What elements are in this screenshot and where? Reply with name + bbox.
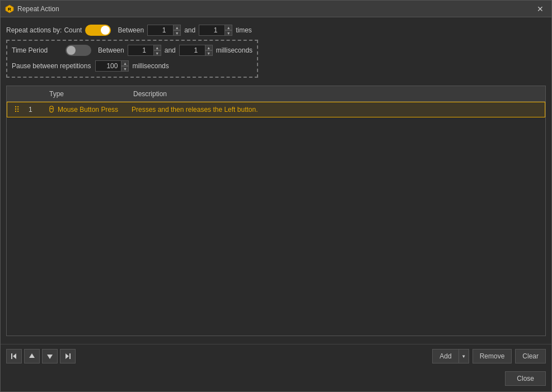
add-dropdown-icon: ▼ <box>461 354 466 359</box>
svg-rect-2 <box>50 106 53 112</box>
controls-area: Repeat actions by: Count Between ▲ ▼ and <box>6 23 546 82</box>
svg-marker-7 <box>29 353 35 358</box>
table-row[interactable]: ⠿ 1 Mouse Button Press Presses and then … <box>7 102 545 117</box>
time-between-label: Between <box>98 46 124 54</box>
close-dialog-button[interactable]: Close <box>505 371 546 386</box>
svg-rect-9 <box>69 353 71 359</box>
drag-handle-cell: ⠿ <box>7 105 25 114</box>
count-and-label: and <box>184 26 195 34</box>
svg-text:R: R <box>8 7 11 12</box>
time-period-row: Time Period Between ▲ ▼ <box>12 44 252 56</box>
time-and-label: and <box>165 46 176 54</box>
title-bar: R Repeat Action ✕ <box>1 1 551 17</box>
count-toggle-container[interactable] <box>85 25 111 36</box>
time-period-toggle-container[interactable] <box>66 45 91 56</box>
count-label: Count <box>64 26 82 34</box>
pause-ms-label: milliseconds <box>132 62 169 70</box>
repeat-actions-label: Repeat actions by: <box>6 26 62 34</box>
window-close-button[interactable]: ✕ <box>534 2 547 16</box>
clear-button[interactable]: Clear <box>515 349 546 363</box>
row-type-text: Mouse Button Press <box>58 106 118 114</box>
action-buttons: Add ▼ Remove Clear <box>432 349 546 363</box>
time-to-down[interactable]: ▼ <box>205 50 213 56</box>
repeat-action-window: R Repeat Action ✕ Repeat actions by: Cou… <box>0 0 552 392</box>
time-period-knob <box>67 46 76 55</box>
move-up-icon <box>29 353 35 360</box>
count-to-up[interactable]: ▲ <box>224 25 232 30</box>
svg-rect-5 <box>11 353 12 359</box>
pause-row: Pause between repetitions ▲ ▼ millisecon… <box>12 60 252 72</box>
nav-buttons <box>6 349 76 363</box>
add-dropdown-button[interactable]: ▼ <box>459 349 469 363</box>
time-from-up[interactable]: ▲ <box>153 45 161 50</box>
time-to-up[interactable]: ▲ <box>205 45 213 50</box>
bottom-bar: Add ▼ Remove Clear <box>1 344 551 368</box>
row-type: Mouse Button Press <box>48 106 132 114</box>
row-description: Presses and then releases the Left butto… <box>132 106 545 114</box>
time-from-down[interactable]: ▼ <box>153 50 161 56</box>
move-down-icon <box>46 353 53 360</box>
time-period-toggle[interactable] <box>66 45 91 56</box>
time-from-spinner[interactable]: ▲ ▼ <box>128 45 161 56</box>
count-to-spinner[interactable]: ▲ ▼ <box>199 25 232 36</box>
pause-down[interactable]: ▼ <box>121 66 129 72</box>
svg-marker-6 <box>13 353 16 359</box>
th-desc: Description <box>131 90 545 98</box>
move-up-button[interactable] <box>24 349 40 363</box>
mouse-icon <box>48 106 55 114</box>
add-button[interactable]: Add <box>432 349 459 363</box>
move-first-button[interactable] <box>6 349 22 363</box>
drag-handle-icon: ⠿ <box>14 105 18 114</box>
table-header: Type Description <box>7 86 545 102</box>
pause-label: Pause between repetitions <box>12 62 91 70</box>
time-ms-label: milliseconds <box>216 46 252 54</box>
times-label: times <box>236 26 252 34</box>
count-between-label: Between <box>118 26 144 34</box>
svg-marker-10 <box>66 353 69 359</box>
app-icon: R <box>5 4 14 13</box>
svg-marker-8 <box>47 355 53 359</box>
actions-table: Type Description ⠿ 1 Mouse Butt <box>6 86 546 336</box>
dashed-options-box: Time Period Between ▲ ▼ <box>6 40 258 78</box>
toggle-knob <box>101 26 110 35</box>
count-from-spinner[interactable]: ▲ ▼ <box>147 25 181 36</box>
pause-spinner[interactable]: ▲ ▼ <box>95 60 129 72</box>
remove-button[interactable]: Remove <box>473 349 512 363</box>
window-title: Repeat Action <box>17 5 534 13</box>
add-button-group: Add ▼ <box>432 349 469 363</box>
table-body: ⠿ 1 Mouse Button Press Presses and then … <box>7 102 545 336</box>
count-to-down[interactable]: ▼ <box>224 30 232 36</box>
time-to-spinner[interactable]: ▲ ▼ <box>179 45 213 56</box>
count-row: Repeat actions by: Count Between ▲ ▼ and <box>6 23 546 37</box>
move-first-icon <box>11 353 17 360</box>
move-last-button[interactable] <box>60 349 76 363</box>
row-number: 1 <box>25 106 48 114</box>
time-period-label: Time Period <box>12 46 62 54</box>
th-type: Type <box>47 90 131 98</box>
count-from-up[interactable]: ▲ <box>173 25 181 30</box>
move-down-button[interactable] <box>42 349 58 363</box>
pause-up[interactable]: ▲ <box>121 60 129 66</box>
move-last-icon <box>64 353 71 360</box>
content-area: Repeat actions by: Count Between ▲ ▼ and <box>1 17 551 342</box>
count-from-down[interactable]: ▼ <box>173 30 181 36</box>
count-toggle[interactable] <box>85 25 111 36</box>
close-row: Close <box>1 368 551 391</box>
